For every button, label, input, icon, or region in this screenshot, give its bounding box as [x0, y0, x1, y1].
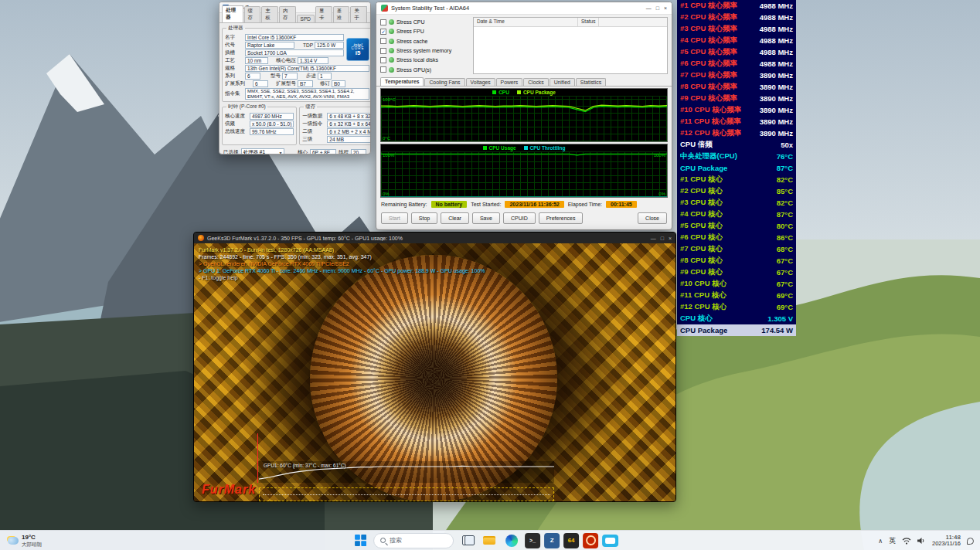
aida64-button-close[interactable]: Close: [638, 212, 667, 224]
aida64-list-header-status[interactable]: Status: [578, 18, 599, 26]
stress-checkbox[interactable]: [380, 57, 386, 63]
aida64-usage-graph-plot: 100% 100% 0% 0%: [381, 152, 667, 197]
furmark-maximize-button[interactable]: □: [661, 236, 664, 241]
ime-indicator[interactable]: 英: [889, 536, 896, 546]
cpuz-tab-1[interactable]: 缓存: [244, 6, 261, 22]
file-explorer-icon[interactable]: [480, 531, 499, 550]
sensor-row: CPU 倍频50x: [677, 139, 796, 151]
stress-option[interactable]: Stress system memory: [380, 46, 470, 55]
stress-option[interactable]: Stress GPU(s): [380, 66, 470, 74]
stress-checkbox[interactable]: [380, 19, 386, 25]
sensor-value: 87°C: [777, 164, 793, 172]
temp-graph-ymax-label: 100°C: [383, 97, 396, 102]
stress-checkbox[interactable]: [380, 66, 386, 73]
aida64-button-stop[interactable]: Stop: [411, 212, 437, 224]
aida64-tab-1[interactable]: Cooling Fans: [424, 78, 464, 86]
aida64-titlebar[interactable]: System Stability Test - AIDA64 — □ ×: [376, 2, 672, 15]
aida64-temp-graph-legend: CPUCPU Package: [381, 89, 667, 97]
sensor-label: #12 CPU 核心: [680, 302, 726, 312]
cpu-z-icon[interactable]: Z: [544, 533, 560, 548]
stress-option[interactable]: ✓Stress FPU: [380, 27, 470, 36]
bilibili-icon[interactable]: [602, 535, 618, 547]
sensor-label: #2 CPU 核心: [680, 186, 723, 196]
stress-checkbox[interactable]: [380, 38, 386, 44]
terminal-icon[interactable]: [525, 533, 540, 548]
cpuz-multiplier-row: 倍频 x 50.0 (8.0 - 51.0): [225, 121, 294, 127]
edge-icon[interactable]: [502, 531, 521, 550]
legend-item: CPU Usage: [483, 145, 516, 151]
wifi-icon[interactable]: [902, 537, 911, 545]
aida64-maximize-button[interactable]: □: [656, 5, 659, 11]
sensor-label: #8 CPU 核心频率: [680, 82, 737, 92]
aida64-button-save[interactable]: Save: [472, 212, 500, 224]
stress-label: Stress system memory: [396, 48, 451, 53]
sensor-value: 4988 MHz: [760, 2, 793, 10]
cpuz-processor-select[interactable]: 处理器 #1 ▾: [241, 148, 284, 154]
cpuz-tab-5[interactable]: 显卡: [315, 6, 332, 22]
start-button[interactable]: [351, 531, 369, 550]
tray-chevron-icon[interactable]: ∧: [878, 538, 883, 545]
sensor-label: #11 CPU 核心频率: [680, 117, 741, 127]
aida64-tab-6[interactable]: Statistics: [576, 78, 606, 86]
volume-icon[interactable]: [917, 537, 926, 545]
aida64-icon[interactable]: 64: [563, 533, 579, 548]
aida64-window: System Stability Test - AIDA64 — □ × Str…: [376, 2, 672, 230]
cpuz-tab-6[interactable]: 基准: [333, 6, 350, 22]
intel-badge-i5: i5: [356, 50, 361, 56]
sensor-value: 76°C: [777, 152, 793, 161]
cpuz-processor-group-label: 处理器: [226, 25, 245, 32]
cpuz-l3-row: 三级 24 MB: [302, 136, 371, 143]
notification-bell-icon[interactable]: [967, 538, 974, 545]
taskbar-clock[interactable]: 11:48 2023/11/16: [932, 534, 961, 548]
sensor-label: #8 CPU 核心: [680, 256, 723, 266]
aida64-minimize-button[interactable]: —: [646, 5, 652, 11]
stress-label: Stress CPU: [396, 19, 425, 25]
sensor-row: #2 CPU 核心频率4988 MHz: [677, 12, 796, 23]
furmark-minimize-button[interactable]: —: [651, 236, 656, 241]
stress-option[interactable]: Stress CPU: [380, 18, 470, 26]
sensor-label: CPU 倍频: [680, 140, 713, 150]
aida64-list-header-datetime[interactable]: Date & Time: [474, 18, 578, 26]
stress-checkbox[interactable]: ✓: [380, 29, 386, 35]
sensor-row: #1 CPU 核心频率4988 MHz: [677, 0, 796, 12]
task-view-icon[interactable]: [458, 531, 476, 550]
sensor-row: #2 CPU 核心85°C: [677, 185, 796, 197]
aida64-tab-3[interactable]: Powers: [496, 78, 523, 86]
taskbar-search[interactable]: 搜索: [373, 533, 454, 548]
sensor-row: #1 CPU 核心82°C: [677, 174, 796, 185]
aida64-button-clear[interactable]: Clear: [441, 212, 469, 224]
sensor-row: #7 CPU 核心频率3890 MHz: [677, 70, 796, 81]
cpuz-tab-2[interactable]: 主板: [261, 6, 278, 22]
cpuz-tab-4[interactable]: SPD: [297, 15, 315, 22]
aida64-tab-5[interactable]: Unified: [550, 78, 575, 86]
search-placeholder-text: 搜索: [390, 536, 402, 545]
aida64-button-cpuid[interactable]: CPUID: [503, 212, 536, 224]
aida64-list-header: Date & Time Status: [474, 18, 667, 27]
sensor-label: CPU 核心: [680, 314, 713, 324]
aida64-close-button[interactable]: ×: [664, 5, 667, 11]
sensor-value: 68°C: [777, 245, 793, 253]
sensor-value: 80°C: [777, 222, 793, 230]
aida64-tab-0[interactable]: Temperatures: [380, 77, 424, 86]
aida64-button-start[interactable]: Start: [381, 212, 408, 224]
cpuz-tab-0[interactable]: 处理器: [222, 5, 243, 22]
cpuz-tab-7[interactable]: 关于: [350, 6, 367, 22]
cpuz-tab-3[interactable]: 内存: [279, 6, 296, 22]
stress-label: Stress cache: [396, 39, 427, 44]
stress-option[interactable]: Stress local disks: [380, 56, 470, 64]
aida64-tab-2[interactable]: Voltages: [466, 78, 495, 86]
stress-checkbox[interactable]: [380, 48, 386, 54]
aida64-tab-4[interactable]: Clocks: [523, 78, 548, 86]
cpuz-family-field: 6: [245, 73, 260, 80]
sensor-row: #9 CPU 核心67°C: [677, 267, 796, 278]
furmark-close-button[interactable]: ×: [669, 236, 672, 241]
cpuz-multiplier-label: 倍频: [225, 121, 248, 127]
aida64-button-preferences[interactable]: Preferences: [539, 212, 584, 224]
stress-option[interactable]: Stress cache: [380, 37, 470, 46]
furmark-titlebar[interactable]: GeeKs3D FurMark v1.37.2.0 - 350 FPS - GP…: [194, 233, 675, 243]
furmark-gpu-temp-graph: GPU1: 60°C (min: 37°C - max: 61°C): [259, 461, 554, 483]
furmark-icon[interactable]: [583, 533, 598, 548]
taskbar-weather-widget[interactable]: 19°C 大部晴朗: [3, 531, 46, 550]
cpuz-l2-field: 6 x 2 MB + 2 x 4 MB: [327, 128, 371, 135]
stress-item-icon: [389, 29, 394, 34]
